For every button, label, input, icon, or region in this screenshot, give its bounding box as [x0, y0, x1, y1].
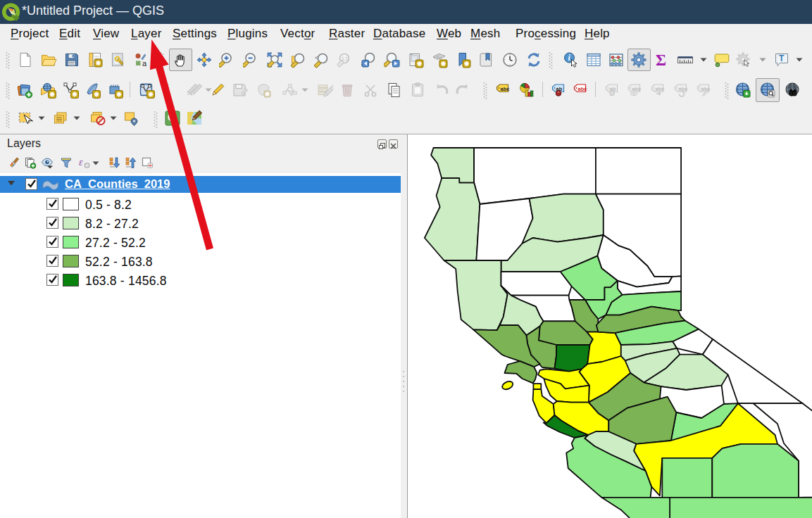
svg-text:ε: ε [79, 157, 83, 168]
svg-text:abc: abc [578, 86, 587, 92]
svg-text:abc: abc [501, 86, 510, 92]
svg-text:a: a [142, 59, 147, 68]
svg-text:abc: abc [632, 86, 642, 92]
svg-text:abc: abc [701, 86, 711, 92]
svg-text:1:1: 1:1 [342, 56, 349, 61]
svg-text:T: T [779, 53, 785, 63]
svg-text:abc: abc [656, 86, 665, 92]
svg-text:Σ: Σ [656, 51, 666, 68]
